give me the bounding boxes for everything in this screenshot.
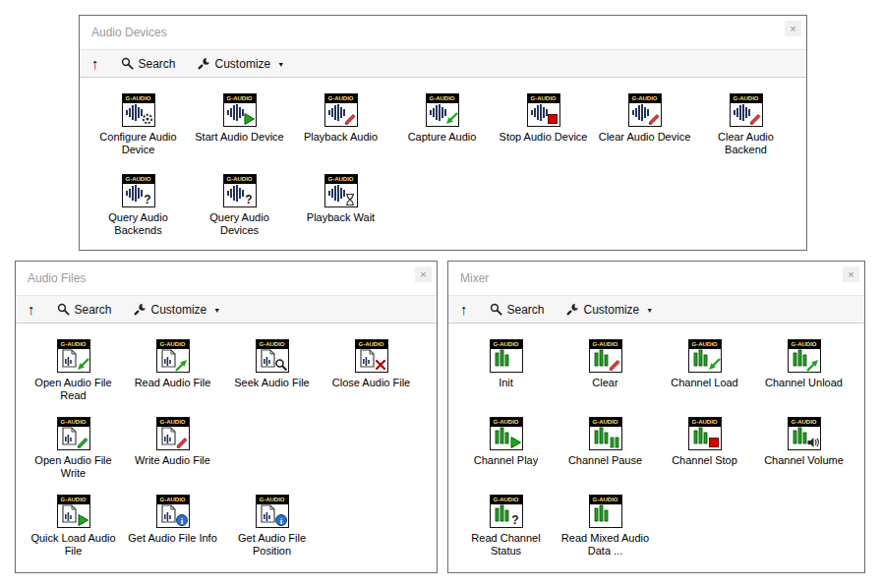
close-button[interactable]: × bbox=[785, 21, 801, 36]
window-titlebar[interactable]: Audio Files × bbox=[16, 262, 437, 295]
palette-item[interactable]: G-AUDIO?Read Channel Status bbox=[456, 495, 556, 558]
gaudio-banner-label: G-AUDIO bbox=[689, 340, 721, 349]
search-button[interactable]: Search bbox=[490, 303, 545, 317]
volume-icon bbox=[806, 436, 820, 449]
window-title: Audio Files bbox=[28, 271, 86, 285]
gaudio-banner-label: G-AUDIO bbox=[528, 94, 559, 103]
search-button[interactable]: Search bbox=[121, 57, 176, 71]
close-button[interactable]: × bbox=[843, 266, 859, 282]
vi-icon: G-AUDIOi bbox=[256, 495, 289, 528]
vi-icon: G-AUDIO bbox=[688, 339, 722, 373]
palette-window-audio-devices: Audio Devices × ↑ Search Customize ▼ G-A… bbox=[79, 15, 807, 251]
palette-item[interactable]: G-AUDIOOpen Audio File Read bbox=[24, 339, 123, 402]
gaudio-banner-label: G-AUDIO bbox=[224, 175, 256, 184]
palette-item[interactable]: G-AUDIOPlayback Audio bbox=[290, 93, 391, 144]
palette-item-label: Clear bbox=[592, 377, 617, 389]
palette-item[interactable]: G-AUDIOiGet Audio File Info bbox=[123, 495, 222, 545]
vi-icon: G-AUDIO bbox=[324, 174, 358, 207]
search-button[interactable]: Search bbox=[57, 303, 112, 317]
palette-item[interactable]: G-AUDIOChannel Play bbox=[456, 417, 556, 467]
palette-item-label: Configure Audio Device bbox=[90, 131, 187, 156]
arrow-out-icon bbox=[806, 358, 820, 372]
palette-item[interactable]: G-AUDIO?Query Audio Backends bbox=[88, 174, 189, 237]
vi-icon: G-AUDIO bbox=[426, 93, 459, 127]
gaudio-banner-label: G-AUDIO bbox=[157, 340, 189, 349]
gaudio-banner-label: G-AUDIO bbox=[356, 340, 387, 349]
palette-item[interactable]: G-AUDIOChannel Pause bbox=[556, 417, 655, 467]
palette-item-label: Channel Volume bbox=[764, 454, 844, 467]
search-label: Search bbox=[507, 303, 545, 317]
gaudio-banner-label: G-AUDIO bbox=[689, 418, 721, 427]
palette-item[interactable]: G-AUDIOiGet Audio File Position bbox=[222, 495, 322, 558]
palette-item-label: Get Audio File Info bbox=[128, 532, 217, 545]
window-titlebar[interactable]: Audio Devices × bbox=[80, 16, 806, 49]
palette-item-label: Channel Unload bbox=[765, 377, 843, 389]
palette-item[interactable]: G-AUDIOChannel Volume bbox=[754, 417, 853, 467]
gaudio-banner-label: G-AUDIO bbox=[427, 94, 458, 103]
palette-item-label: Open Audio File Read bbox=[26, 377, 122, 402]
vi-icon: G-AUDIO bbox=[57, 417, 90, 450]
customize-button[interactable]: Customize ▼ bbox=[566, 303, 654, 317]
chevron-down-icon: ▼ bbox=[277, 61, 284, 68]
gaudio-banner-label: G-AUDIO bbox=[491, 496, 522, 504]
up-arrow-icon: ↑ bbox=[460, 301, 468, 318]
palette-item[interactable]: G-AUDIOClear bbox=[556, 339, 655, 389]
palette-item-label: Write Audio File bbox=[135, 454, 210, 467]
palette-item-label: Start Audio Device bbox=[195, 131, 284, 144]
palette-item[interactable]: G-AUDIOClear Audio Device bbox=[594, 93, 695, 144]
palette-item-label: Quick Load Audio File bbox=[26, 532, 122, 558]
gaudio-banner-label: G-AUDIO bbox=[123, 94, 154, 103]
palette-item[interactable]: G-AUDIOQuick Load Audio File bbox=[24, 495, 123, 558]
palette-item[interactable]: G-AUDIOChannel Load bbox=[655, 339, 754, 389]
up-level-button[interactable]: ↑ bbox=[28, 301, 35, 318]
gaudio-banner-label: G-AUDIO bbox=[58, 418, 89, 427]
gaudio-banner-label: G-AUDIO bbox=[157, 418, 189, 427]
window-titlebar[interactable]: Mixer × bbox=[448, 262, 864, 295]
palette-item[interactable]: G-AUDIOClear Audio Backend bbox=[695, 93, 796, 156]
arrow-out-icon bbox=[175, 358, 189, 372]
palette-item-label: Capture Audio bbox=[408, 131, 477, 144]
palette-item[interactable]: G-AUDIOChannel Stop bbox=[655, 417, 754, 467]
window-toolbar: ↑ Search Customize ▼ bbox=[16, 295, 437, 323]
play-icon bbox=[508, 436, 522, 449]
palette-item[interactable]: G-AUDIOInit bbox=[456, 339, 556, 389]
window-toolbar: ↑ Search Customize ▼ bbox=[80, 49, 806, 78]
gaudio-banner-label: G-AUDIO bbox=[157, 496, 189, 504]
palette-item[interactable]: G-AUDIOClose Audio File bbox=[322, 339, 421, 389]
vi-icon: G-AUDIO bbox=[324, 93, 358, 127]
vi-icon: G-AUDIO bbox=[788, 339, 821, 373]
palette-item-label: Init bbox=[499, 377, 513, 389]
customize-button[interactable]: Customize ▼ bbox=[198, 57, 285, 71]
gaudio-banner-label: G-AUDIO bbox=[257, 340, 288, 349]
palette-item[interactable]: G-AUDIOStart Audio Device bbox=[189, 93, 290, 144]
palette-item[interactable]: G-AUDIOStop Audio Device bbox=[493, 93, 594, 144]
palette-item[interactable]: G-AUDIOCapture Audio bbox=[391, 93, 493, 144]
vi-icon: G-AUDIO bbox=[730, 93, 763, 127]
palette-item[interactable]: G-AUDIORead Mixed Audio Data ... bbox=[556, 495, 655, 558]
up-level-button[interactable]: ↑ bbox=[91, 55, 99, 72]
palette-item[interactable]: G-AUDIOOpen Audio File Write bbox=[24, 417, 123, 480]
palette-item[interactable]: G-AUDIOPlayback Wait bbox=[290, 174, 391, 224]
search-label: Search bbox=[75, 303, 112, 317]
palette-item[interactable]: G-AUDIO?Query Audio Devices bbox=[189, 174, 290, 237]
window-title: Audio Devices bbox=[91, 26, 167, 39]
arrow-in-icon bbox=[707, 358, 721, 372]
palette-grid: G-AUDIOInitG-AUDIOClearG-AUDIOChannel Lo… bbox=[448, 323, 864, 572]
question-icon: ? bbox=[508, 513, 522, 527]
palette-item[interactable]: G-AUDIOConfigure Audio Device bbox=[88, 93, 189, 156]
wrench-icon bbox=[134, 303, 147, 316]
search-label: Search bbox=[139, 57, 176, 71]
palette-item[interactable]: G-AUDIORead Audio File bbox=[123, 339, 222, 389]
palette-item[interactable]: G-AUDIOSeek Audio File bbox=[222, 339, 322, 389]
vi-icon: G-AUDIO bbox=[57, 495, 90, 528]
vi-icon: G-AUDIO bbox=[223, 93, 257, 127]
up-level-button[interactable]: ↑ bbox=[460, 301, 468, 318]
vi-icon: G-AUDIO bbox=[628, 93, 662, 127]
customize-button[interactable]: Customize ▼ bbox=[134, 303, 221, 317]
palette-item[interactable]: G-AUDIOWrite Audio File bbox=[123, 417, 222, 467]
none-icon bbox=[608, 513, 621, 527]
palette-item[interactable]: G-AUDIOChannel Unload bbox=[754, 339, 853, 389]
close-button[interactable]: × bbox=[415, 266, 432, 282]
vi-icon: G-AUDIO bbox=[490, 417, 523, 450]
play-icon bbox=[242, 112, 256, 126]
